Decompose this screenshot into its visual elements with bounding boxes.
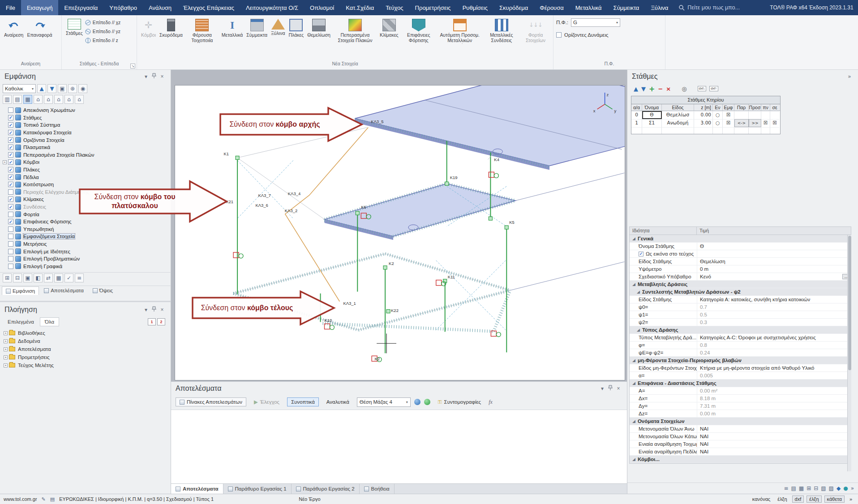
property-row[interactable]: ◢ ✓ Ονόματα Στοιχείων ... — [630, 418, 851, 425]
column-header[interactable]: Παρ — [734, 104, 749, 111]
property-row[interactable]: ◢ ✓ Είδος Στάθμης Κατηγορία Α: κατοικίες… — [630, 296, 851, 303]
nav-tree-item[interactable]: + Δεδομένα — [0, 337, 171, 345]
remove-level-icon[interactable]: − — [658, 85, 663, 92]
nav-tree-item[interactable]: + Προμετρήσεις — [0, 353, 171, 361]
selection-tool-icon[interactable]: ⇄ — [44, 273, 53, 282]
property-row[interactable]: ◢ ✓ Είδος μη-Φερόντων Στοιχε... Κτήρια μ… — [630, 364, 851, 372]
snap-toggle[interactable]: κάθετα — [824, 495, 845, 503]
menu-item[interactable]: Επεξεργασία — [58, 0, 103, 15]
pn-checkbox[interactable] — [761, 111, 770, 119]
table-icon[interactable]: ▤ — [50, 496, 55, 502]
view-toggle-icon[interactable]: ⌂ — [34, 95, 43, 104]
dxf-import-icon[interactable]: dxf↓ — [698, 86, 707, 91]
item-checkbox[interactable]: ✓ — [8, 204, 13, 209]
item-checkbox[interactable]: ✓ — [8, 226, 13, 232]
property-row[interactable]: ◢ ✓ Μετονομασία Όλων Άνω ΝΑΙ ... — [630, 425, 851, 433]
display-tree-item[interactable]: + ✓ Τοπικό Σύστημα — [0, 121, 171, 129]
filter-tool-icon[interactable]: ◉ — [78, 84, 87, 93]
property-row[interactable]: ◢ ✓ Τύπος Μεταβλητής Δρά... Κατηγορίες Α… — [630, 334, 851, 342]
nav-tree-item[interactable]: + Βιβλιοθήκες — [0, 329, 171, 337]
visible-checkbox[interactable]: ☒ — [723, 119, 734, 127]
nav-tab[interactable]: Επιλεγμένα — [3, 317, 39, 326]
new-element-button[interactable]: Θεμελίωση — [306, 17, 332, 39]
mass-position-dropdown[interactable]: Θέση Μάζας 4▾ — [357, 397, 411, 407]
selection-tool-icon[interactable]: ▣ — [23, 273, 32, 282]
selection-tool-icon[interactable]: ⊞ — [3, 273, 12, 282]
section-collapse-icon[interactable]: ◢ — [632, 282, 635, 286]
display-tree-item[interactable]: + ✓ Μετρήσεις — [0, 240, 171, 248]
selection-tool-icon[interactable]: ◧ — [34, 273, 43, 282]
new-element-button[interactable]: Μεταλλικά — [220, 17, 245, 39]
menu-item[interactable]: Ρυθμίσεις — [457, 0, 493, 15]
new-element-button[interactable]: Φορτία Στοιχείων — [521, 17, 550, 44]
menu-item[interactable]: Υπόβαθρο — [103, 0, 143, 15]
par-button[interactable]: <-> — [734, 119, 749, 127]
display-tree-item[interactable]: + ✓ Επιλογή Προβληματικών — [0, 255, 171, 263]
display-tree-item[interactable]: + ✓ Περιοχές Ελέγχου Διάτμησης — [0, 188, 171, 196]
close-icon[interactable]: × — [158, 307, 166, 313]
property-row[interactable]: ◢ ✓ ψ1= 0.5 ... — [630, 311, 851, 319]
new-element-button[interactable]: Φέρουσα Τοιχοποιία — [185, 17, 219, 44]
item-checkbox[interactable]: ✓ — [8, 130, 13, 135]
view-toggle-icon[interactable]: ⌂ — [44, 95, 53, 104]
collapse-icon[interactable]: ▾ — [598, 385, 606, 392]
blue-sphere-icon[interactable] — [414, 399, 420, 405]
undo-button[interactable]: Αναίρεση — [3, 17, 25, 39]
property-row[interactable]: ◢ ✓ Κόμβοι... ... — [630, 456, 851, 463]
new-element-button[interactable]: Σκυρόδεμα — [158, 17, 184, 39]
section-collapse-icon[interactable]: ◢ — [632, 419, 635, 423]
pf-dropdown[interactable]: G▾ — [571, 18, 620, 27]
item-checkbox[interactable]: ✓ — [8, 115, 13, 120]
display-tree-item[interactable]: + ✓ Απεικόνιση Χρωμάτων — [0, 107, 171, 114]
level-name-cell[interactable]: Θ — [642, 111, 662, 119]
column-header[interactable]: πν — [761, 104, 770, 111]
level-name-cell[interactable]: Σ1 — [642, 119, 662, 127]
pros-button[interactable] — [749, 111, 761, 119]
item-checkbox[interactable]: ✓ — [8, 234, 13, 239]
expand-icon[interactable]: + — [4, 331, 8, 335]
item-checkbox[interactable]: ✓ — [8, 182, 13, 187]
display-panel-tab[interactable]: Όψεις — [89, 286, 117, 295]
property-row[interactable]: ◢ ✓ μη-Φέροντα Στοιχεία-Περιορισμός βλαβ… — [630, 357, 851, 364]
item-checkbox[interactable]: ✓ — [8, 167, 13, 172]
section-collapse-icon[interactable]: ◢ — [637, 328, 640, 332]
property-checkbox[interactable]: ✓ — [639, 252, 644, 256]
selection-tool-icon[interactable]: ✓ — [64, 273, 73, 282]
levels-button[interactable]: Στάθμες — [64, 17, 84, 37]
panel-tool-icon[interactable]: ⊟ — [814, 485, 818, 491]
new-element-button[interactable]: Πλάκες — [287, 17, 305, 39]
property-row[interactable]: ◢ ✓ φ= 0.8 ... — [630, 342, 851, 349]
item-checkbox[interactable]: ✓ — [8, 264, 13, 269]
display-tree-item[interactable]: + ✓ Εμφανιζόμενα Στοιχεία — [0, 233, 171, 240]
column-header[interactable]: Προσ — [749, 104, 761, 111]
phase-icon[interactable]: ◎ — [682, 85, 686, 92]
item-checkbox[interactable]: ✓ — [8, 212, 13, 217]
property-row[interactable]: ◢ ✓ Ενιαία αναρίθμηση Τοιχωμ... ΝΑΙ ... — [630, 440, 851, 448]
menu-item[interactable]: Σκυρόδεμα — [493, 0, 534, 15]
collapse-icon[interactable]: ▾ — [142, 307, 150, 313]
collapse-icon[interactable]: ▾ — [142, 73, 150, 80]
property-row[interactable]: ◢ ✓ Συντελεστής Μεταβλητών Δράσεων - ψ2 … — [630, 288, 851, 296]
new-element-button[interactable]: Επιφάνειες Φόρτισης — [401, 17, 437, 44]
expand-icon[interactable]: + — [4, 363, 8, 367]
plane-z-button[interactable]: Επίπεδο // z — [85, 36, 121, 45]
section-collapse-icon[interactable]: ◢ — [632, 358, 635, 363]
close-icon[interactable]: × — [614, 385, 622, 392]
item-checkbox[interactable]: ✓ — [8, 196, 13, 202]
snap-toggle[interactable]: έλξη — [775, 496, 789, 502]
menu-item[interactable]: File — [0, 0, 21, 15]
property-row[interactable]: ◢ ✓ Γενικά ... — [630, 235, 851, 243]
add-level-icon[interactable]: + — [649, 85, 655, 93]
display-tree-item[interactable]: + ✓ Επιφάνειες Φόρτισης — [0, 218, 171, 226]
item-checkbox[interactable]: ✓ — [8, 145, 13, 150]
visible-checkbox[interactable]: ☒ — [723, 111, 734, 119]
filter-tool-icon[interactable]: ▲ — [37, 84, 46, 93]
display-tree-item[interactable]: + ✓ Κατακόρυφα Στοιχεία — [0, 129, 171, 137]
panel-tool-icon[interactable]: ▤ — [791, 485, 796, 491]
display-tree-item[interactable]: + ✓ Πλάκες — [0, 166, 171, 174]
display-tree-item[interactable]: + ✓ Στάθμες — [0, 114, 171, 122]
item-checkbox[interactable]: ✓ — [8, 107, 13, 113]
dialog-launcher-icon[interactable]: ↘ — [130, 64, 135, 68]
menu-item[interactable]: Έλεγχος Επάρκειας — [177, 0, 240, 15]
document-tab[interactable]: Παράθυρο Εργασίας 2 — [292, 484, 360, 494]
